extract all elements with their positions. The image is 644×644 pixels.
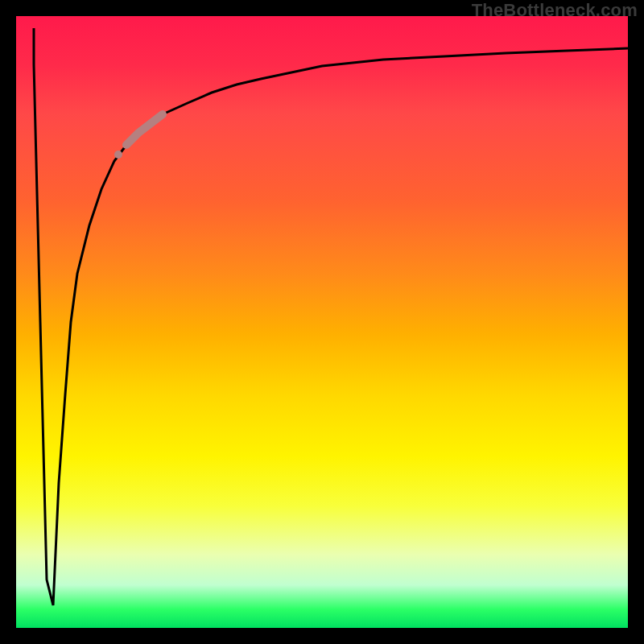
plot-area [16,16,628,628]
highlight-segment [126,114,163,145]
chart-frame: TheBottleneck.com [0,0,644,644]
curve-layer [16,16,628,628]
highlight-dot [114,151,122,159]
bottleneck-curve [34,28,628,605]
